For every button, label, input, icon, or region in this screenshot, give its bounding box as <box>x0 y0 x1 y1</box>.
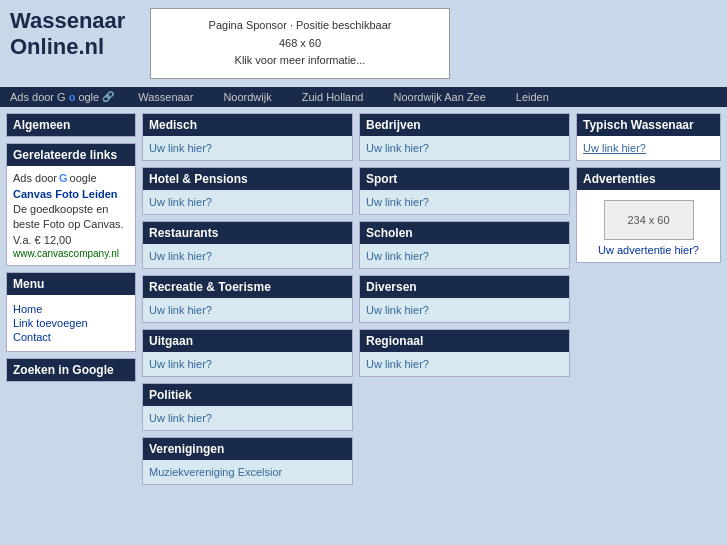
sidebar-ad-url: www.canvascompany.nl <box>13 248 129 259</box>
list-item: Uw link hier? <box>366 356 563 372</box>
cat-scholen: Scholen Uw link hier? <box>359 221 570 269</box>
list-item: Uw link hier? <box>366 302 563 318</box>
cat-restaurants-body: Uw link hier? <box>143 244 352 268</box>
cat-verenigingen-body: Muziekvereniging Excelsior <box>143 460 352 484</box>
restaurants-link-1[interactable]: Uw link hier? <box>149 250 212 262</box>
sidebar-menu-home[interactable]: Home <box>13 303 129 315</box>
list-item: Uw link hier? <box>149 194 346 210</box>
list-item: Uw link hier? <box>149 248 346 264</box>
cat-regionaal-body: Uw link hier? <box>360 352 569 376</box>
logo-line2: Online.nl <box>10 34 130 60</box>
medisch-link-1[interactable]: Uw link hier? <box>149 142 212 154</box>
scholen-link-1[interactable]: Uw link hier? <box>366 250 429 262</box>
cat-sport: Sport Uw link hier? <box>359 167 570 215</box>
sidebar-gerelateerde-header: Gerelateerde links <box>7 144 135 166</box>
sponsor-line1: Pagina Sponsor · Positie beschikbaar <box>171 17 429 35</box>
right-typisch: Typisch Wassenaar Uw link hier? <box>576 113 721 161</box>
nav-noordwijkaanzee[interactable]: Noordwijk Aan Zee <box>393 91 485 103</box>
sidebar-gerelateerde-body: Ads door Google Canvas Foto Leiden De go… <box>7 166 135 265</box>
cat-regionaal-header: Regionaal <box>360 330 569 352</box>
ads-google-text: Ads door <box>13 172 57 184</box>
nav-links: Wassenaar Noordwijk Zuid Holland Noordwi… <box>138 91 549 103</box>
sidebar-zoeken: Zoeken in Google <box>6 358 136 382</box>
nav-leiden[interactable]: Leiden <box>516 91 549 103</box>
sidebar-ads-google: Ads door Google <box>13 172 129 184</box>
ad-banner-size: 234 x 60 <box>627 214 669 226</box>
politiek-link-1[interactable]: Uw link hier? <box>149 412 212 424</box>
sidebar-algemeen: Algemeen <box>6 113 136 137</box>
cat-sport-header: Sport <box>360 168 569 190</box>
cat-recreatie-body: Uw link hier? <box>143 298 352 322</box>
category-col1: Medisch Uw link hier? Hotel & Pensions U… <box>142 113 353 485</box>
google-icon: 🔗 <box>102 91 114 102</box>
cat-hotel: Hotel & Pensions Uw link hier? <box>142 167 353 215</box>
cat-scholen-header: Scholen <box>360 222 569 244</box>
cat-diversen-header: Diversen <box>360 276 569 298</box>
cat-hotel-body: Uw link hier? <box>143 190 352 214</box>
right-typisch-header: Typisch Wassenaar <box>577 114 720 136</box>
google-g: o <box>69 91 76 103</box>
cat-verenigingen: Verenigingen Muziekvereniging Excelsior <box>142 437 353 485</box>
nav-noordwijk[interactable]: Noordwijk <box>223 91 271 103</box>
google-colored-g: G <box>59 172 68 184</box>
navbar: Ads door Google 🔗 Wassenaar Noordwijk Zu… <box>0 87 727 107</box>
logo-line1: Wassenaar <box>10 8 130 34</box>
verenigingen-link-1[interactable]: Muziekvereniging Excelsior <box>149 466 282 478</box>
cat-bedrijven: Bedrijven Uw link hier? <box>359 113 570 161</box>
site-logo: Wassenaar Online.nl <box>10 8 130 61</box>
list-item: Uw link hier? <box>149 410 346 426</box>
sidebar-ad-title[interactable]: Canvas Foto Leiden <box>13 188 129 200</box>
typisch-link[interactable]: Uw link hier? <box>583 142 646 154</box>
sidebar-menu-link-toevoegen[interactable]: Link toevoegen <box>13 317 129 329</box>
list-item: Uw link hier? <box>149 302 346 318</box>
list-item: Uw link hier? <box>366 194 563 210</box>
cat-diversen-body: Uw link hier? <box>360 298 569 322</box>
list-item: Uw link hier? <box>149 140 346 156</box>
cat-recreatie: Recreatie & Toerisme Uw link hier? <box>142 275 353 323</box>
cat-bedrijven-header: Bedrijven <box>360 114 569 136</box>
bedrijven-link-1[interactable]: Uw link hier? <box>366 142 429 154</box>
list-item: Uw link hier? <box>366 248 563 264</box>
cat-restaurants-header: Restaurants <box>143 222 352 244</box>
sidebar-menu-contact[interactable]: Contact <box>13 331 129 343</box>
right-typisch-body: Uw link hier? <box>577 136 720 160</box>
sidebar-zoeken-header: Zoeken in Google <box>7 359 135 381</box>
hotel-link-1[interactable]: Uw link hier? <box>149 196 212 208</box>
cat-scholen-body: Uw link hier? <box>360 244 569 268</box>
sidebar-gerelateerde: Gerelateerde links Ads door Google Canva… <box>6 143 136 266</box>
cat-recreatie-header: Recreatie & Toerisme <box>143 276 352 298</box>
sidebar-menu-header: Menu <box>7 273 135 295</box>
ads-label: Ads door G <box>10 91 66 103</box>
cat-medisch-body: Uw link hier? <box>143 136 352 160</box>
nav-zuidholland[interactable]: Zuid Holland <box>302 91 364 103</box>
cat-uitgaan-body: Uw link hier? <box>143 352 352 376</box>
main-content: Algemeen Gerelateerde links Ads door Goo… <box>0 107 727 491</box>
sidebar-algemeen-header: Algemeen <box>7 114 135 136</box>
left-sidebar: Algemeen Gerelateerde links Ads door Goo… <box>6 113 136 485</box>
cat-politiek: Politiek Uw link hier? <box>142 383 353 431</box>
regionaal-link-1[interactable]: Uw link hier? <box>366 358 429 370</box>
cat-verenigingen-header: Verenigingen <box>143 438 352 460</box>
cat-sport-body: Uw link hier? <box>360 190 569 214</box>
sponsor-box: Pagina Sponsor · Positie beschikbaar 468… <box>150 8 450 79</box>
sponsor-line3: Klik voor meer informatie... <box>171 52 429 70</box>
uitgaan-link-1[interactable]: Uw link hier? <box>149 358 212 370</box>
cat-politiek-body: Uw link hier? <box>143 406 352 430</box>
list-item: Uw link hier? <box>149 356 346 372</box>
cat-medisch-header: Medisch <box>143 114 352 136</box>
center-content: Medisch Uw link hier? Hotel & Pensions U… <box>142 113 570 485</box>
cat-diversen: Diversen Uw link hier? <box>359 275 570 323</box>
sidebar-menu: Menu Home Link toevoegen Contact <box>6 272 136 352</box>
recreatie-link-1[interactable]: Uw link hier? <box>149 304 212 316</box>
ads-google-rest: oogle <box>70 172 97 184</box>
ad-banner-box: 234 x 60 <box>604 200 694 240</box>
cat-bedrijven-body: Uw link hier? <box>360 136 569 160</box>
cat-uitgaan-header: Uitgaan <box>143 330 352 352</box>
list-item: Uw link hier? <box>366 140 563 156</box>
cat-restaurants: Restaurants Uw link hier? <box>142 221 353 269</box>
diversen-link-1[interactable]: Uw link hier? <box>366 304 429 316</box>
list-item: Muziekvereniging Excelsior <box>149 464 346 480</box>
ad-link[interactable]: Uw advertentie hier? <box>598 244 699 256</box>
sport-link-1[interactable]: Uw link hier? <box>366 196 429 208</box>
nav-wassenaar[interactable]: Wassenaar <box>138 91 193 103</box>
